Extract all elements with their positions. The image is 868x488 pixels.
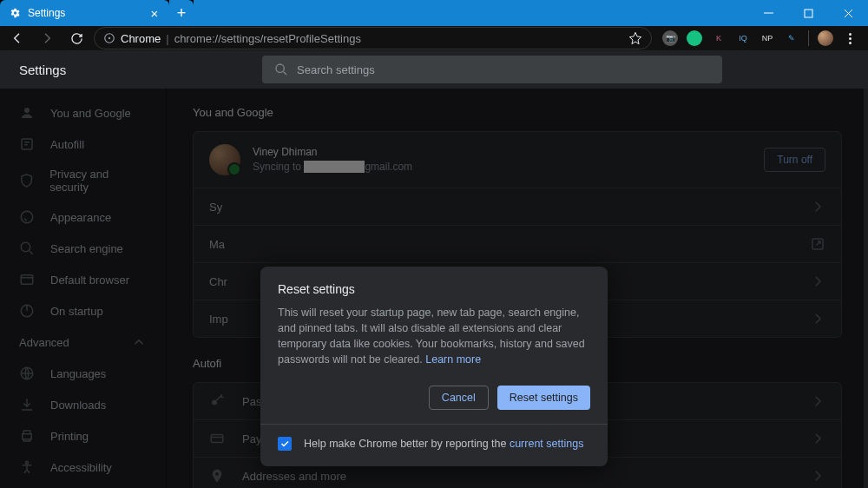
ext-grammarly-icon[interactable] <box>687 30 702 46</box>
minimize-button[interactable] <box>748 0 788 26</box>
reset-settings-button[interactable]: Reset settings <box>497 386 590 410</box>
ext-k-icon[interactable]: K <box>711 30 727 46</box>
url-chip: Chrome <box>121 32 161 45</box>
new-tab-button[interactable]: + <box>169 0 194 26</box>
svg-point-3 <box>276 64 284 72</box>
extension-icons: 📷 K IQ NP ✎ <box>657 26 863 50</box>
window-titlebar: Settings × + <box>0 0 868 26</box>
reset-settings-dialog: Reset settings This will reset your star… <box>260 267 608 466</box>
lock-icon <box>103 32 115 44</box>
gear-icon <box>9 7 21 19</box>
ext-iq-icon[interactable]: IQ <box>735 30 751 46</box>
url-text: chrome://settings/resetProfileSettings <box>174 32 361 45</box>
settings-search-input[interactable]: Search settings <box>262 56 722 83</box>
report-checkbox-row: Help make Chrome better by reporting the… <box>260 424 608 466</box>
close-icon[interactable]: × <box>148 7 161 19</box>
page-title: Settings <box>19 63 66 77</box>
dialog-title: Reset settings <box>260 267 608 305</box>
dialog-body: This will reset your startup page, new t… <box>260 305 608 382</box>
settings-header: Settings Search settings <box>0 50 868 89</box>
report-checkbox[interactable] <box>278 437 292 451</box>
svg-point-2 <box>108 37 110 39</box>
star-icon[interactable] <box>628 31 642 45</box>
ext-pencil-icon[interactable]: ✎ <box>784 30 799 46</box>
search-icon <box>274 63 288 76</box>
reload-button[interactable] <box>64 26 89 50</box>
svg-rect-0 <box>805 10 812 17</box>
cancel-button[interactable]: Cancel <box>429 386 489 410</box>
forward-button[interactable] <box>35 26 59 50</box>
browser-menu-button[interactable] <box>842 26 858 50</box>
ext-camera-icon[interactable]: 📷 <box>662 30 678 46</box>
profile-avatar-icon[interactable] <box>818 30 833 46</box>
learn-more-link[interactable]: Learn more <box>425 353 481 366</box>
search-placeholder: Search settings <box>297 63 375 76</box>
tab-title: Settings <box>28 7 141 19</box>
window-controls <box>748 0 868 26</box>
settings-surface: You and Google Autofill Privacy and secu… <box>0 89 868 488</box>
back-button[interactable] <box>5 26 30 50</box>
address-bar[interactable]: Chrome | chrome://settings/resetProfileS… <box>94 27 652 49</box>
current-settings-link[interactable]: current settings <box>510 438 583 450</box>
maximize-button[interactable] <box>788 0 828 26</box>
close-button[interactable] <box>828 0 868 26</box>
browser-toolbar: Chrome | chrome://settings/resetProfileS… <box>0 26 868 50</box>
ext-np-icon[interactable]: NP <box>760 30 775 46</box>
tab-strip: Settings × + <box>0 0 748 26</box>
browser-tab-settings[interactable]: Settings × <box>0 0 169 26</box>
